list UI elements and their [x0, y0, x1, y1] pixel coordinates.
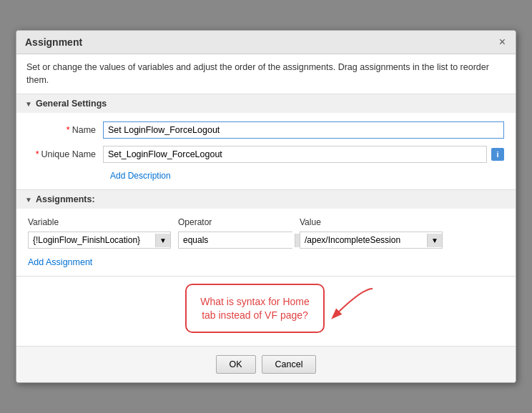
assignments-section: ▼ Assignments: Variable Operator Value ▼	[16, 190, 516, 277]
close-button[interactable]: ×	[498, 36, 507, 48]
dialog-title: Assignment	[25, 36, 82, 48]
required-star: *	[66, 125, 70, 135]
value-col-header: Value	[300, 217, 443, 227]
unique-name-row: *Unique Name i	[28, 146, 504, 163]
value-dropdown-button[interactable]: ▼	[427, 234, 442, 247]
ok-button[interactable]: OK	[216, 355, 256, 374]
name-input[interactable]	[103, 121, 504, 139]
assignment-row: ▼ ▼ ▼	[28, 232, 504, 249]
assignments-header: ▼ Assignments:	[16, 190, 516, 209]
general-settings-label: General Settings	[36, 99, 107, 109]
variable-dropdown-wrapper: ▼	[28, 232, 171, 249]
operator-col-header: Operator	[178, 217, 292, 227]
info-icon[interactable]: i	[491, 148, 504, 161]
bubble-arrow-svg	[319, 285, 376, 321]
operator-input[interactable]	[179, 232, 295, 248]
name-row: *Name	[28, 121, 504, 139]
name-label: *Name	[28, 125, 103, 135]
add-description-row: Add Description	[28, 170, 504, 181]
general-settings-body: *Name *Unique Name i Add Description	[16, 113, 516, 189]
operator-dropdown-wrapper: ▼	[178, 232, 292, 249]
add-assignment-link[interactable]: Add Assignment	[28, 257, 92, 267]
cancel-button[interactable]: Cancel	[262, 355, 317, 374]
variable-input[interactable]	[29, 232, 155, 248]
assignments-label: Assignments:	[36, 194, 95, 204]
dialog-header: Assignment ×	[16, 31, 516, 54]
dialog-description: Set or change the values of variables an…	[16, 54, 516, 94]
dialog-footer: OK Cancel	[16, 346, 516, 382]
general-settings-header: ▼ General Settings	[16, 94, 516, 113]
assignment-dialog: Assignment × Set or change the values of…	[16, 30, 516, 382]
assignments-body: Variable Operator Value ▼ ▼	[16, 209, 516, 276]
add-description-link[interactable]: Add Description	[110, 171, 171, 181]
speech-bubble-text: What is syntax for Home tab instead of V…	[200, 296, 310, 320]
value-dropdown-wrapper: ▼	[300, 232, 443, 249]
unique-name-label: *Unique Name	[28, 149, 103, 159]
unique-name-input[interactable]	[103, 146, 487, 163]
speech-bubble-area: What is syntax for Home tab instead of V…	[16, 284, 516, 345]
assignments-collapse-arrow-icon: ▼	[25, 196, 32, 204]
unique-name-required-star: *	[36, 149, 39, 159]
variable-dropdown-button[interactable]: ▼	[155, 234, 170, 247]
general-settings-section: ▼ General Settings *Name *Unique Name i	[16, 94, 516, 190]
collapse-arrow-icon: ▼	[25, 100, 32, 108]
value-input[interactable]	[300, 232, 427, 248]
assignments-column-headers: Variable Operator Value	[28, 217, 504, 227]
variable-col-header: Variable	[28, 217, 171, 227]
speech-bubble: What is syntax for Home tab instead of V…	[185, 284, 325, 332]
